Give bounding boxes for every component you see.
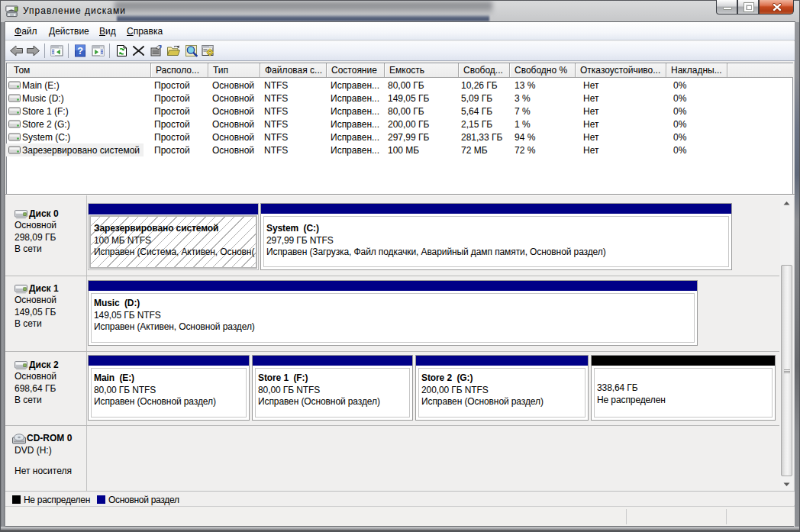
svg-text:?: ? (77, 46, 83, 56)
